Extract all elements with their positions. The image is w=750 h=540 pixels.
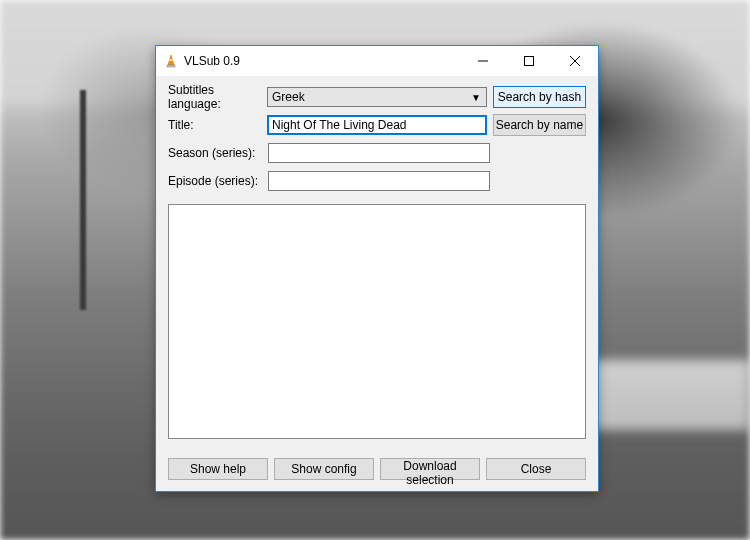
close-button[interactable]: Close — [486, 458, 586, 480]
vlsub-window: VLSub 0.9 Subtitles language: Greek ▼ Se… — [155, 45, 599, 492]
background-pole — [80, 90, 86, 310]
svg-rect-4 — [525, 57, 534, 66]
episode-row: Episode (series): — [168, 170, 586, 192]
episode-input[interactable] — [268, 171, 490, 191]
language-dropdown[interactable]: Greek ▼ — [267, 87, 487, 107]
language-label: Subtitles language: — [168, 83, 267, 111]
search-by-name-button[interactable]: Search by name — [493, 114, 586, 136]
show-help-button[interactable]: Show help — [168, 458, 268, 480]
app-icon — [164, 54, 178, 68]
season-label: Season (series): — [168, 146, 268, 160]
close-window-button[interactable] — [552, 46, 598, 76]
window-controls — [460, 46, 598, 76]
results-listbox[interactable] — [168, 204, 586, 439]
maximize-button[interactable] — [506, 46, 552, 76]
download-selection-button[interactable]: Download selection — [380, 458, 480, 480]
chevron-down-icon: ▼ — [468, 92, 484, 103]
window-title: VLSub 0.9 — [184, 54, 240, 68]
show-config-button[interactable]: Show config — [274, 458, 374, 480]
title-label: Title: — [168, 118, 267, 132]
episode-label: Episode (series): — [168, 174, 268, 188]
svg-rect-2 — [167, 65, 175, 67]
svg-rect-1 — [169, 60, 173, 61]
bottom-button-bar: Show help Show config Download selection… — [156, 451, 598, 491]
search-by-hash-button[interactable]: Search by hash — [493, 86, 586, 108]
title-row: Title: Search by name — [168, 114, 586, 136]
minimize-button[interactable] — [460, 46, 506, 76]
titlebar[interactable]: VLSub 0.9 — [156, 46, 598, 76]
client-area: Subtitles language: Greek ▼ Search by ha… — [156, 76, 598, 451]
season-row: Season (series): — [168, 142, 586, 164]
title-input[interactable] — [267, 115, 487, 135]
language-row: Subtitles language: Greek ▼ Search by ha… — [168, 86, 586, 108]
language-value: Greek — [272, 90, 305, 104]
season-input[interactable] — [268, 143, 490, 163]
